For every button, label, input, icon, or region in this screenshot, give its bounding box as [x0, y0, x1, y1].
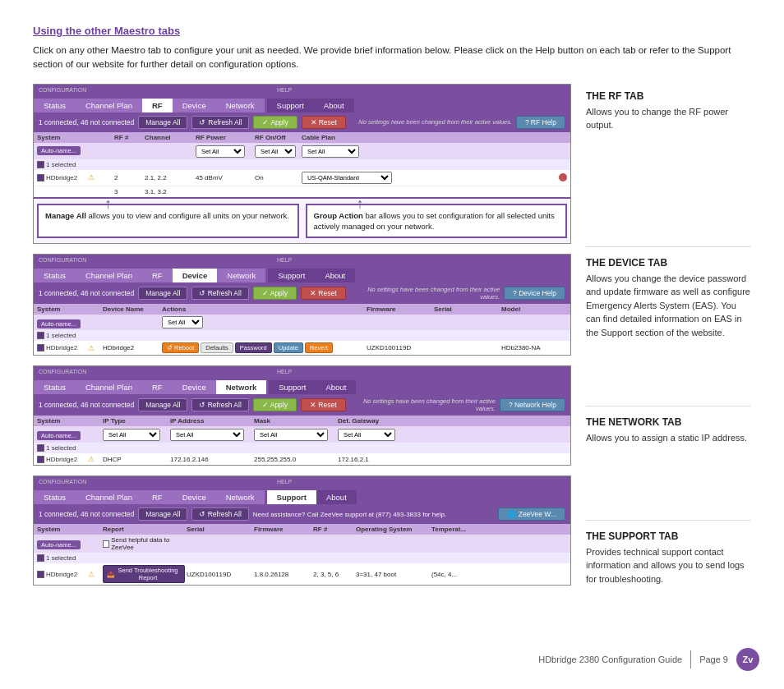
- rf-autoname-btn[interactable]: Auto-name...: [37, 146, 81, 155]
- network-iptype-select[interactable]: Set All: [103, 429, 160, 441]
- device-actions-setall: Set All: [162, 316, 567, 328]
- rf-checkbox[interactable]: [37, 161, 44, 168]
- rf-tab-rf[interactable]: RF: [142, 99, 173, 113]
- device-reboot-btn[interactable]: ↺ Reboot: [162, 342, 199, 353]
- rf-tab-status[interactable]: Status: [34, 99, 76, 113]
- footer-page: Page 9: [699, 655, 728, 664]
- footer-product: HDbridge 2380 Configuration Guide: [538, 655, 682, 664]
- rf-th-channel: Channel: [145, 134, 194, 141]
- device-selected-cell: 1 selected: [37, 332, 86, 339]
- device-apply-btn[interactable]: ✓ Apply: [253, 287, 297, 300]
- device-autoname-btn[interactable]: Auto-name...: [37, 319, 81, 328]
- support-checkbox[interactable]: [37, 554, 44, 562]
- rf-device-checkbox[interactable]: [37, 174, 44, 181]
- rf-config-tabs: Status Channel Plan RF Device Network: [34, 99, 265, 113]
- support-troubleshoot-btn[interactable]: 📤 Send Troubleshooting Report: [103, 565, 185, 583]
- rf-tab-channelplan[interactable]: Channel Plan: [76, 99, 142, 113]
- rf-refresh-all-btn[interactable]: ↺ Refresh All: [191, 116, 249, 129]
- device-manage-all-btn[interactable]: Manage All: [138, 287, 187, 300]
- network-mask-select[interactable]: Set All: [254, 429, 328, 441]
- network-desc-block: THE NETWORK TAB Allows you to assign a s…: [586, 410, 751, 517]
- support-dev-label: HDbridge2: [46, 571, 77, 578]
- rf-cableplan-select[interactable]: Set All: [302, 145, 359, 158]
- network-config-tabs: Status Channel Plan RF Device Network: [34, 380, 266, 394]
- device-help-btn[interactable]: ? Device Help: [504, 287, 565, 300]
- rf-tab-network[interactable]: Network: [216, 99, 265, 113]
- support-dev-checkbox[interactable]: [37, 571, 44, 578]
- network-ip-setall: Set All: [170, 428, 252, 441]
- support-dev-temp: (54c, 4...: [431, 571, 567, 578]
- rf-apply-btn[interactable]: ✓ Apply: [253, 116, 297, 129]
- device-refresh-all-btn[interactable]: ↺ Refresh All: [191, 287, 248, 300]
- rf-power-select[interactable]: Set All: [196, 145, 245, 158]
- rf-tab-support[interactable]: Support: [267, 99, 314, 113]
- network-reset-btn[interactable]: ✕ Reset: [301, 398, 346, 411]
- network-tab-support[interactable]: Support: [269, 380, 316, 394]
- network-dev-ip: 172.16.2.146: [170, 456, 252, 463]
- device-dev-checkbox[interactable]: [37, 344, 44, 351]
- network-tab-network[interactable]: Network: [216, 380, 266, 394]
- device-th-actions: Actions: [162, 305, 365, 313]
- network-tab-device[interactable]: Device: [173, 380, 216, 394]
- network-checkbox[interactable]: [37, 444, 44, 452]
- rf-manage-all-btn[interactable]: Manage All: [138, 116, 187, 129]
- rf-reset-btn[interactable]: ✕ Reset: [302, 116, 346, 129]
- device-tab-channelplan[interactable]: Channel Plan: [76, 269, 142, 282]
- network-help-btn[interactable]: ? Network Help: [500, 398, 565, 411]
- network-autoname-btn[interactable]: Auto-name...: [37, 431, 81, 440]
- rf-tab-device[interactable]: Device: [173, 99, 216, 113]
- device-dev-model: HDb2380-NA: [501, 344, 567, 351]
- rf-tab-about[interactable]: About: [314, 99, 354, 113]
- device-tab-about[interactable]: About: [315, 269, 355, 282]
- network-ip-select[interactable]: Set All: [170, 429, 244, 441]
- device-tab-rf[interactable]: RF: [142, 269, 173, 282]
- support-refresh-all-btn[interactable]: ↺ Refresh All: [191, 508, 248, 521]
- device-tab-status[interactable]: Status: [34, 269, 76, 282]
- network-tab-rf[interactable]: RF: [142, 380, 173, 394]
- rf-selected-row: 1 selected: [34, 159, 570, 170]
- rf-dev2-channel: 3.1, 3.2: [145, 188, 194, 195]
- support-tab-support[interactable]: Support: [267, 490, 316, 504]
- network-apply-btn[interactable]: ✓ Apply: [253, 398, 297, 411]
- rf-help-btn[interactable]: ? RF Help: [516, 116, 565, 129]
- support-tab-rf[interactable]: RF: [142, 490, 173, 504]
- rf-system-cell: Auto-name...: [37, 146, 86, 155]
- network-dev-label: HDbridge2: [46, 456, 77, 463]
- network-refresh-all-btn[interactable]: ↺ Refresh All: [191, 398, 248, 411]
- network-selected-row: 1 selected: [34, 443, 570, 453]
- support-autoname-cell: Auto-name...: [37, 538, 86, 549]
- device-password-btn[interactable]: Password: [235, 342, 272, 353]
- page-footer: HDbridge 2380 Configuration Guide Page 9…: [538, 648, 759, 671]
- network-tab-about[interactable]: About: [316, 380, 356, 394]
- device-tab-network[interactable]: Network: [217, 269, 265, 282]
- support-manage-all-btn[interactable]: Manage All: [138, 508, 187, 521]
- device-system-row: Auto-name... Set All: [34, 315, 570, 330]
- network-tab-status[interactable]: Status: [34, 380, 76, 394]
- support-tab-status[interactable]: Status: [34, 490, 76, 504]
- device-revert-btn[interactable]: Revert: [305, 342, 333, 353]
- support-autoname-btn[interactable]: Auto-name...: [37, 540, 81, 549]
- device-tab-device[interactable]: Device: [173, 269, 218, 282]
- support-report-checkbox[interactable]: [103, 540, 109, 548]
- network-tab-channelplan[interactable]: Channel Plan: [76, 380, 142, 394]
- device-setall-select[interactable]: Set All: [162, 316, 203, 328]
- device-update-btn[interactable]: Update: [274, 342, 303, 353]
- rf-device-row2: 3 3.1, 3.2: [34, 186, 570, 197]
- network-dev-checkbox[interactable]: [37, 456, 44, 463]
- rf-rf-num: 2: [114, 174, 143, 181]
- network-manage-all-btn[interactable]: Manage All: [138, 398, 187, 411]
- device-checkbox[interactable]: [37, 332, 44, 339]
- support-tab-device[interactable]: Device: [173, 490, 216, 504]
- support-tab-about[interactable]: About: [316, 490, 357, 504]
- device-defaults-btn[interactable]: Defaults: [201, 342, 233, 353]
- device-tab-support[interactable]: Support: [268, 269, 315, 282]
- support-tab-network[interactable]: Network: [216, 490, 265, 504]
- rf-onoff-select[interactable]: Set All: [255, 145, 296, 158]
- support-zeevee-btn[interactable]: 🌐 ZeeVee W...: [498, 508, 565, 521]
- support-tab-channelplan[interactable]: Channel Plan: [76, 490, 142, 504]
- network-gw-select[interactable]: Set All: [338, 429, 395, 441]
- rf-cableplan-dropdown[interactable]: US-QAM-Standard: [302, 172, 392, 184]
- support-dev-system: HDbridge2: [37, 571, 86, 578]
- device-reset-btn[interactable]: ✕ Reset: [301, 287, 346, 300]
- rf-system-row: Auto-name... Set All Set All Set All: [34, 143, 570, 159]
